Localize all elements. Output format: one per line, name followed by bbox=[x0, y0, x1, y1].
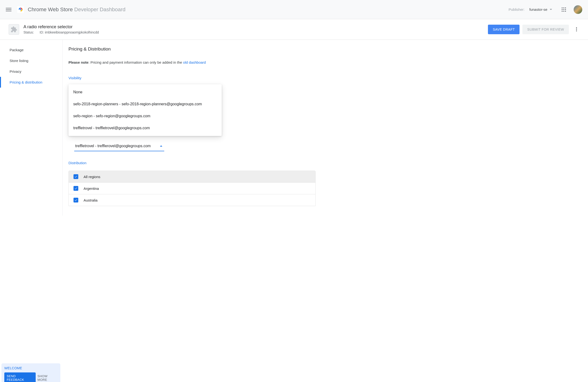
dropdown-option-region[interactable]: sefo-region - sefo-region@googlegroups.c… bbox=[68, 110, 222, 122]
dist-row-all[interactable]: All regions bbox=[69, 171, 315, 183]
status-label: Status: bbox=[23, 30, 34, 34]
dist-label: All regions bbox=[84, 175, 100, 179]
checkbox-checked-icon[interactable] bbox=[74, 186, 78, 191]
group-dropdown-menu: None sefo-2018-region-planners - sefo-20… bbox=[68, 84, 222, 136]
id-field: ID: imbkeeibioanppnoaomjpkokolhincdd bbox=[40, 30, 99, 34]
group-select-field[interactable]: treffletrovel - trefflerovel@googlegroup… bbox=[74, 141, 164, 151]
app-title-sub: Developer Dashboard bbox=[74, 6, 126, 12]
dropdown-option-planners[interactable]: sefo-2018-region-planners - sefo-2018-re… bbox=[68, 98, 222, 110]
sidebar-item-privacy[interactable]: Privacy bbox=[0, 66, 63, 77]
top-header: Chrome Web Store Developer Dashboard Pub… bbox=[0, 0, 588, 19]
old-dashboard-link[interactable]: old dashboard bbox=[183, 60, 206, 64]
sidebar-item-package[interactable]: Package bbox=[0, 44, 63, 55]
app-title: Chrome Web Store Developer Dashboard bbox=[28, 6, 126, 13]
menu-icon[interactable] bbox=[6, 7, 12, 12]
item-meta: Status: ID: imbkeeibioanppnoaomjpkokolhi… bbox=[23, 30, 485, 34]
more-menu-icon[interactable] bbox=[574, 27, 579, 32]
item-header: A radio reference selector Status: ID: i… bbox=[0, 19, 588, 40]
item-info: A radio reference selector Status: ID: i… bbox=[23, 24, 485, 34]
user-avatar[interactable] bbox=[574, 5, 582, 14]
select-value: treffletrovel - trefflerovel@googlegroup… bbox=[75, 144, 151, 148]
dist-row-australia[interactable]: Australia bbox=[69, 194, 315, 206]
dist-label: Argentina bbox=[84, 186, 99, 191]
distribution-table: All regions Argentina Australia bbox=[68, 171, 315, 206]
sidebar: Package Store listing Privacy Pricing & … bbox=[0, 40, 63, 216]
caret-down-icon bbox=[550, 9, 552, 10]
app-title-main: Chrome Web Store bbox=[28, 6, 73, 12]
publisher-label: Publisher: bbox=[508, 7, 525, 12]
visibility-section-label: Visibility bbox=[68, 76, 321, 80]
main-content: Pricing & Distribution Please note: Pric… bbox=[63, 40, 321, 216]
publisher-value: funastor-se bbox=[529, 7, 547, 12]
dist-row-argentina[interactable]: Argentina bbox=[69, 183, 315, 194]
chrome-webstore-logo bbox=[17, 6, 24, 13]
google-apps-icon[interactable] bbox=[562, 7, 566, 12]
dropdown-option-treffletrovel[interactable]: treffletrovel - treffletrovel@googlegrou… bbox=[68, 122, 222, 134]
svg-point-2 bbox=[20, 9, 21, 10]
arrow-up-icon bbox=[160, 145, 162, 147]
dropdown-option-none[interactable]: None bbox=[68, 86, 222, 98]
distribution-section-label: Distribution bbox=[68, 161, 321, 165]
dist-label: Australia bbox=[84, 198, 97, 202]
submit-review-button[interactable]: SUBMIT FOR REVIEW bbox=[522, 25, 569, 34]
item-title: A radio reference selector bbox=[23, 24, 485, 29]
checkbox-checked-icon[interactable] bbox=[74, 198, 78, 202]
page-title: Pricing & Distribution bbox=[68, 46, 321, 52]
checkbox-checked-icon[interactable] bbox=[74, 174, 78, 179]
save-draft-button[interactable]: SAVE DRAFT bbox=[488, 25, 520, 34]
pricing-note: Please note: Pricing and payment informa… bbox=[68, 60, 321, 64]
sidebar-item-store-listing[interactable]: Store listing bbox=[0, 55, 63, 66]
publisher-dropdown[interactable]: funastor-se bbox=[529, 7, 552, 12]
extension-icon bbox=[9, 24, 19, 35]
sidebar-item-pricing[interactable]: Pricing & distribution bbox=[0, 77, 63, 88]
